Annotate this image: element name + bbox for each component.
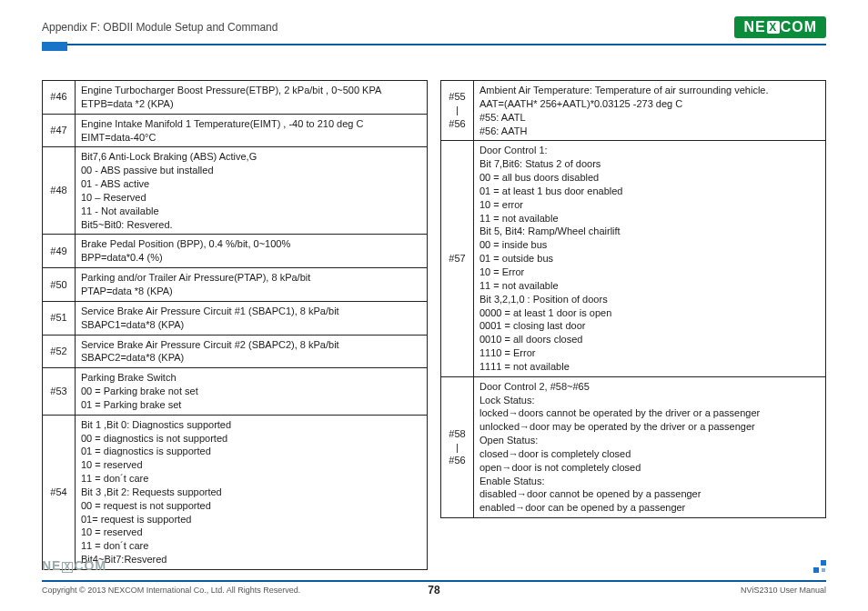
row-index: #58 | #56 xyxy=(441,376,474,517)
row-index: #51 xyxy=(43,301,76,335)
right-column: #55 | #56Ambient Air Temperature: Temper… xyxy=(440,80,826,570)
row-index: #50 xyxy=(43,268,76,302)
row-description: Ambient Air Temperature: Temperature of … xyxy=(474,81,826,141)
table-row: #57Door Control 1: Bit 7,Bit6: Status 2 … xyxy=(441,141,826,376)
right-table: #55 | #56Ambient Air Temperature: Temper… xyxy=(440,80,826,518)
table-row: #47Engine Intake Manifold 1 Temperature(… xyxy=(43,114,428,147)
row-description: Engine Intake Manifold 1 Temperature(EIM… xyxy=(76,114,428,147)
page-number: 78 xyxy=(428,584,439,596)
row-index: #55 | #56 xyxy=(441,81,474,141)
footer-logo-left: NE xyxy=(42,558,61,573)
corner-decoration-icon xyxy=(813,560,826,573)
row-description: Brake Pedal Position (BPP), 0.4 %/bit, 0… xyxy=(76,235,428,268)
table-row: #54Bit 1 ,Bit 0: Diagnostics supported 0… xyxy=(43,415,428,569)
logo-x-icon: X xyxy=(767,21,780,34)
page-header: Appendix F: OBDII Module Setup and Comma… xyxy=(42,16,826,45)
table-row: #46Engine Turbocharger Boost Pressure(ET… xyxy=(43,81,428,115)
row-description: Service Brake Air Pressure Circuit #1 (S… xyxy=(76,301,428,335)
row-description: Bit7,6 Anti-Lock Braking (ABS) Active,G … xyxy=(76,147,428,235)
row-index: #46 xyxy=(43,81,76,115)
footer-logo: NEXCOM xyxy=(42,558,106,573)
logo-part-left: NE xyxy=(743,19,765,35)
table-row: #58 | #56Door Control 2, #58~#65 Lock St… xyxy=(441,376,826,517)
appendix-title: Appendix F: OBDII Module Setup and Comma… xyxy=(42,21,278,34)
section-tab-icon xyxy=(42,42,67,51)
table-row: #55 | #56Ambient Air Temperature: Temper… xyxy=(441,81,826,141)
table-row: #51Service Brake Air Pressure Circuit #1… xyxy=(43,301,428,335)
row-index: #57 xyxy=(441,141,474,376)
logo-part-right: COM xyxy=(781,19,817,35)
brand-logo: NE X COM xyxy=(734,16,826,38)
row-index: #47 xyxy=(43,114,76,147)
content-area: #46Engine Turbocharger Boost Pressure(ET… xyxy=(42,80,826,570)
row-description: Service Brake Air Pressure Circuit #2 (S… xyxy=(76,335,428,368)
row-index: #48 xyxy=(43,147,76,235)
row-index: #54 xyxy=(43,415,76,569)
row-description: Engine Turbocharger Boost Pressure(ETBP)… xyxy=(76,81,428,115)
footer-logo-right: COM xyxy=(74,558,106,573)
row-description: Parking and/or Trailer Air Pressure(PTAP… xyxy=(76,268,428,302)
row-description: Door Control 1: Bit 7,Bit6: Status 2 of … xyxy=(474,141,826,376)
table-row: #49Brake Pedal Position (BPP), 0.4 %/bit… xyxy=(43,235,428,268)
table-row: #52Service Brake Air Pressure Circuit #2… xyxy=(43,335,428,368)
table-row: #48Bit7,6 Anti-Lock Braking (ABS) Active… xyxy=(43,147,428,235)
row-index: #53 xyxy=(43,368,76,416)
row-description: Parking Brake Switch 00 = Parking brake … xyxy=(76,368,428,416)
copyright-text: Copyright © 2013 NEXCOM International Co… xyxy=(42,586,300,595)
footer-logo-x-icon: X xyxy=(62,562,73,573)
row-description: Bit 1 ,Bit 0: Diagnostics supported 00 =… xyxy=(76,415,428,569)
row-index: #49 xyxy=(43,235,76,268)
page-footer: Copyright © 2013 NEXCOM International Co… xyxy=(42,580,826,595)
left-column: #46Engine Turbocharger Boost Pressure(ET… xyxy=(42,80,428,570)
row-index: #52 xyxy=(43,335,76,368)
table-row: #50Parking and/or Trailer Air Pressure(P… xyxy=(43,268,428,302)
manual-name: NViS2310 User Manual xyxy=(741,586,826,595)
row-description: Door Control 2, #58~#65 Lock Status: loc… xyxy=(474,376,826,517)
left-table: #46Engine Turbocharger Boost Pressure(ET… xyxy=(42,80,428,570)
table-row: #53Parking Brake Switch 00 = Parking bra… xyxy=(43,368,428,416)
